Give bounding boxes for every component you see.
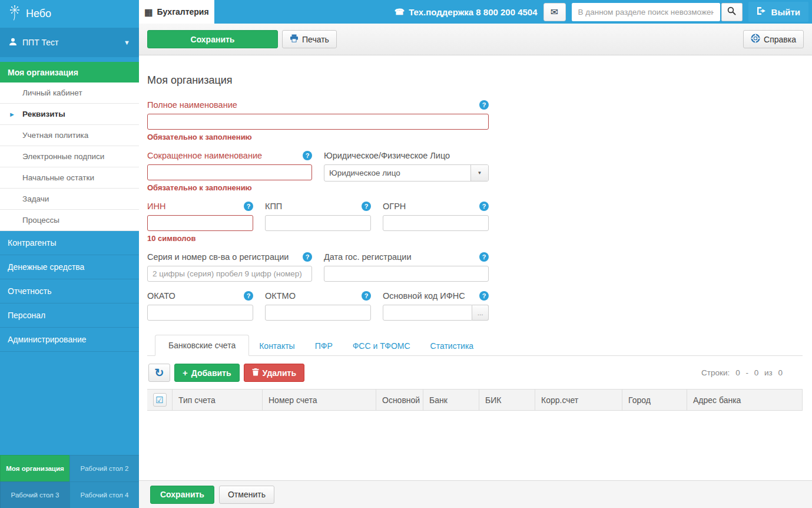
sidebar-item-processes[interactable]: Процессы <box>0 210 139 231</box>
grid-toolbar: ↻ + Добавить Удалить Строки: 0 - 0 из 0 <box>147 356 803 389</box>
tab-label: Банковские счета <box>168 341 236 350</box>
print-button[interactable]: Печать <box>282 30 337 48</box>
ogrn-input[interactable] <box>383 215 489 231</box>
user-name: ППТ Тест <box>22 38 59 47</box>
desktop-tab-4[interactable]: Рабочий стол 4 <box>69 481 139 508</box>
help-icon[interactable]: ? <box>244 291 253 301</box>
select-all-checkbox[interactable]: ☑ <box>153 393 167 407</box>
search-button[interactable] <box>721 3 743 21</box>
ifns-input[interactable] <box>383 305 472 321</box>
cancel-label: Отменить <box>228 490 266 499</box>
column-header-bank-address[interactable]: Адрес банка <box>687 390 802 410</box>
refresh-button[interactable]: ↻ <box>148 364 170 382</box>
tab-pfr[interactable]: ПФР <box>305 336 343 356</box>
main-area: ▦ Бухгалтерия ☎ Тех.поддержка 8 800 200 … <box>139 0 812 508</box>
select-all-cell: ☑ <box>147 390 172 410</box>
column-header-bank[interactable]: Банк <box>423 390 479 410</box>
reg-cert-input[interactable] <box>147 266 312 282</box>
ifns-browse-button[interactable]: ... <box>472 305 489 321</box>
tab-label: ПФР <box>315 341 333 351</box>
help-icon[interactable]: ? <box>479 100 489 110</box>
sidebar-item-label: Моя организация <box>8 68 78 77</box>
help-icon[interactable]: ? <box>362 291 371 301</box>
help-icon[interactable]: ? <box>479 291 489 301</box>
column-header-account-number[interactable]: Номер счета <box>262 390 376 410</box>
form-content: Моя организация Полное наименование ? Об… <box>139 55 812 480</box>
short-name-input[interactable] <box>147 164 312 180</box>
desktop-tab-2[interactable]: Рабочий стол 2 <box>69 455 139 481</box>
help-icon[interactable]: ? <box>362 202 371 211</box>
save-label: Сохранить <box>191 35 235 44</box>
tab-statistics[interactable]: Статистика <box>420 336 484 356</box>
search-box <box>572 3 743 21</box>
sidebar-item-requisites[interactable]: ► Реквизиты <box>0 104 139 125</box>
messages-button[interactable]: ✉ <box>543 3 566 21</box>
tab-label: Контакты <box>259 341 294 351</box>
tab-accounting[interactable]: ▦ Бухгалтерия <box>139 0 214 24</box>
sidebar-item-my-organization[interactable]: Моя организация <box>0 62 139 83</box>
cancel-button[interactable]: Отменить <box>219 486 274 504</box>
logout-button[interactable]: Выйти <box>748 2 808 22</box>
help-label: Справка <box>764 35 796 44</box>
sidebar-item-administration[interactable]: Администрирование <box>0 328 139 352</box>
reg-date-input[interactable] <box>324 266 489 282</box>
logout-label: Выйти <box>771 7 800 17</box>
sidebar-item-label: Отчетность <box>8 286 52 296</box>
save-button-bottom[interactable]: Сохранить <box>150 486 214 504</box>
field-ifns: Основной код ИФНС ? ... <box>383 291 489 321</box>
app-window: Небо ППТ Тест ▼ Моя организация Личный к… <box>0 0 812 508</box>
help-icon[interactable]: ? <box>303 252 312 262</box>
column-header-bik[interactable]: БИК <box>479 390 535 410</box>
help-icon[interactable]: ? <box>244 202 253 211</box>
column-header-primary[interactable]: Основной <box>376 390 423 410</box>
help-button[interactable]: Справка <box>743 30 804 48</box>
save-button[interactable]: Сохранить <box>147 30 278 48</box>
field-oktmo: ОКТМО ? <box>265 291 371 321</box>
search-input[interactable] <box>572 3 720 21</box>
column-header-city[interactable]: Город <box>622 390 687 410</box>
tab-contacts[interactable]: Контакты <box>249 336 304 356</box>
logout-icon <box>757 6 767 17</box>
sidebar-item-personal-cabinet[interactable]: Личный кабинет <box>0 83 139 104</box>
sidebar-item-counterparties[interactable]: Контрагенты <box>0 231 139 255</box>
life-ring-icon <box>751 34 760 45</box>
sidebar-item-money[interactable]: Денежные средства <box>0 255 139 279</box>
sidebar-item-accounting-policy[interactable]: Учетная политика <box>0 125 139 146</box>
full-name-input[interactable] <box>147 114 489 130</box>
desktop-tab-my-organization[interactable]: Моя организация <box>0 455 69 481</box>
sidebar-item-label: Персонал <box>8 311 45 320</box>
nebo-logo[interactable]: Небо <box>0 0 139 28</box>
checkbox-checked-icon: ☑ <box>155 395 163 404</box>
my-organization-submenu: Личный кабинет ► Реквизиты Учетная полит… <box>0 83 139 231</box>
entity-type-select[interactable]: Юридическое лицо ▼ <box>324 164 489 182</box>
envelope-icon: ✉ <box>551 6 558 18</box>
help-icon[interactable]: ? <box>479 252 489 262</box>
desktop-tab-3[interactable]: Рабочий стол 3 <box>0 481 69 508</box>
sidebar-item-label: Администрирование <box>8 335 87 344</box>
page-toolbar: Сохранить Печать Справка <box>139 24 812 55</box>
tab-bank-accounts[interactable]: Банковские счета <box>155 335 249 356</box>
ifns-label: Основной код ИФНС <box>383 291 465 301</box>
help-icon[interactable]: ? <box>303 151 312 160</box>
sidebar-item-label: Денежные средства <box>8 262 84 272</box>
reg-date-label: Дата гос. регистрации <box>324 252 412 262</box>
add-row-button[interactable]: + Добавить <box>174 364 240 382</box>
column-header-corr-account[interactable]: Корр.счет <box>535 390 622 410</box>
sidebar-item-tasks[interactable]: Задачи <box>0 189 139 210</box>
tab-fss-tfoms[interactable]: ФСС и ТФОМС <box>343 336 420 356</box>
okato-input[interactable] <box>147 305 253 321</box>
field-ogrn: ОГРН ? <box>383 201 489 231</box>
delete-row-button[interactable]: Удалить <box>244 364 304 382</box>
oktmo-input[interactable] <box>265 305 371 321</box>
inn-input[interactable] <box>147 215 253 231</box>
column-header-account-type[interactable]: Тип счета <box>172 390 262 410</box>
user-menu[interactable]: ППТ Тест ▼ <box>0 28 139 57</box>
sidebar-item-opening-balances[interactable]: Начальные остатки <box>0 167 139 189</box>
sidebar-item-electronic-signatures[interactable]: Электронные подписи <box>0 146 139 167</box>
calculator-icon: ▦ <box>144 8 153 17</box>
sidebar-item-personnel[interactable]: Персонал <box>0 304 139 328</box>
help-icon[interactable]: ? <box>479 202 489 211</box>
field-inn: ИНН ? 10 символов <box>147 201 253 243</box>
sidebar-item-reporting[interactable]: Отчетность <box>0 279 139 304</box>
kpp-input[interactable] <box>265 215 371 231</box>
